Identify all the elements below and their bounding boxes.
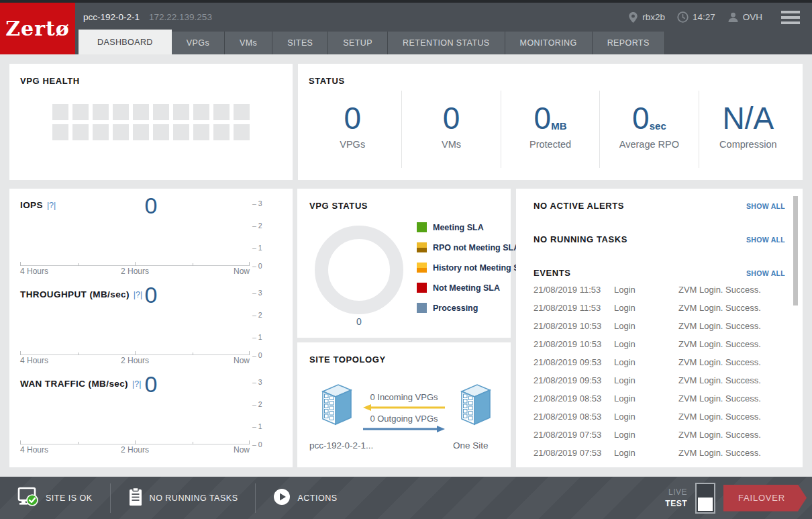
event-row[interactable]: 21/08/2019 11:53 Login ZVM Login. Succes…: [534, 299, 791, 317]
x-label: Now: [234, 267, 250, 276]
legend-item-processing: Processing: [417, 303, 530, 313]
event-time: 21/08/2019 10:53: [534, 339, 614, 349]
site-ip: 172.22.139.253: [149, 12, 212, 22]
site-name: pcc-192-0-2-1: [83, 12, 140, 22]
tab-vpgs[interactable]: VPGs: [172, 32, 225, 54]
event-row[interactable]: 21/08/2019 10:53 Login ZVM Login. Succes…: [534, 317, 791, 335]
x-label: Now: [234, 356, 250, 365]
events-show-all-link[interactable]: SHOW ALL: [746, 269, 785, 277]
tab-vms[interactable]: VMs: [225, 32, 272, 54]
x-axis: [20, 355, 250, 355]
alerts-title: NO ACTIVE ALERTS: [534, 201, 624, 211]
remote-site-building-icon[interactable]: [456, 383, 495, 430]
vpg-health-cell: [113, 124, 129, 140]
event-time: 21/08/2019 08:53: [534, 393, 614, 404]
event-row[interactable]: 21/08/2019 09:53 Login ZVM Login. Succes…: [534, 371, 791, 389]
vpg-status-donut-chart: [315, 226, 403, 314]
vpg-health-panel: VPG HEALTH: [9, 64, 293, 180]
event-time: 21/08/2019 09:53: [534, 357, 614, 367]
dashboard-content: VPG HEALTH STATUS 0 VPGs 0 VMs 0MB Prote…: [0, 54, 812, 477]
status-metric-average-rpo: 0sec Average RPO: [599, 91, 698, 168]
tab-monitoring[interactable]: MONITORING: [505, 32, 593, 54]
y-axis-tick: 2: [252, 311, 286, 319]
event-row[interactable]: 21/08/2019 11:53 Login ZVM Login. Succes…: [534, 281, 791, 299]
x-label: 2 Hours: [121, 356, 149, 365]
y-axis-tick: 3: [252, 199, 286, 207]
metric-label: VPGs: [340, 139, 365, 150]
tab-sites[interactable]: SITES: [272, 32, 328, 54]
site-status-indicator[interactable]: SITE IS OK: [0, 487, 110, 509]
metric-label: Compression: [719, 139, 776, 150]
tab-dashboard[interactable]: DASHBOARD: [79, 30, 172, 54]
vpg-health-cell: [234, 124, 250, 140]
vpg-health-cell: [52, 124, 68, 140]
metric-value: N/A: [722, 103, 774, 134]
remote-site-name[interactable]: One Site: [453, 440, 489, 451]
live-test-toggle[interactable]: [695, 483, 715, 514]
hamburger-menu-icon[interactable]: [781, 11, 800, 24]
clock-icon: [677, 11, 689, 23]
legend-label: Not Meeting SLA: [433, 283, 500, 293]
event-description: ZVM Login. Success.: [678, 430, 791, 440]
x-label: 4 Hours: [20, 445, 48, 455]
tab-reports[interactable]: REPORTS: [593, 32, 665, 54]
outgoing-vpgs-label: 0 Outgoing VPGs: [360, 414, 448, 424]
vpg-health-cell: [52, 104, 68, 120]
vpg-health-cell: [173, 124, 189, 140]
local-site-name[interactable]: pcc-192-0-2-1...: [309, 440, 373, 451]
tasks-show-all-link[interactable]: SHOW ALL: [746, 236, 785, 244]
actions-button[interactable]: ACTIONS: [256, 488, 354, 508]
vpg-status-donut-total: 0: [315, 316, 403, 327]
legend-label: Meeting SLA: [433, 223, 484, 232]
event-row[interactable]: 21/08/2019 10:53 Login ZVM Login. Succes…: [534, 335, 791, 353]
event-description: ZVM Login. Success.: [678, 375, 791, 385]
failover-button[interactable]: FAILOVER: [723, 485, 807, 512]
top-border-strip: [0, 0, 812, 3]
event-row[interactable]: 21/08/2019 07:53 Login ZVM Login. Succes…: [534, 426, 791, 444]
local-site-building-icon[interactable]: [317, 383, 356, 430]
event-row[interactable]: 21/08/2019 07:53 Login ZVM Login. Succes…: [534, 444, 791, 462]
iops-chart: IOPS |?| 0 3 2 1 0 4 Hours 2 Hours Now: [9, 189, 293, 278]
location-label: rbx2b: [642, 12, 665, 22]
events-list: 21/08/2019 11:53 Login ZVM Login. Succes…: [534, 281, 791, 462]
vpg-health-cell: [173, 104, 189, 120]
vpg-status-title: VPG STATUS: [309, 201, 368, 211]
tab-setup[interactable]: SETUP: [328, 32, 388, 54]
event-row[interactable]: 21/08/2019 08:53 Login ZVM Login. Succes…: [534, 389, 791, 408]
clipboard-icon: [128, 487, 143, 508]
y-axis-tick: 2: [252, 222, 286, 230]
metric-label: Protected: [529, 139, 571, 150]
y-axis-tick: 1: [252, 422, 286, 430]
event-type: Login: [614, 321, 678, 331]
user-label: OVH: [743, 12, 762, 22]
y-axis-tick: 1: [252, 333, 286, 341]
outgoing-arrow-icon: [363, 426, 445, 432]
incoming-vpgs-label: 0 Incoming VPGs: [360, 392, 448, 402]
y-axis-tick: 0: [252, 262, 286, 270]
event-description: ZVM Login. Success.: [678, 321, 791, 331]
x-label: 2 Hours: [121, 267, 149, 276]
event-row[interactable]: 21/08/2019 08:53 Login ZVM Login. Succes…: [534, 408, 791, 426]
zerto-logo[interactable]: Zertø: [0, 3, 75, 54]
legend-swatch-blue: [417, 303, 427, 313]
event-description: ZVM Login. Success.: [678, 412, 791, 422]
alerts-show-all-link[interactable]: SHOW ALL: [746, 202, 785, 210]
y-axis-tick: 2: [252, 400, 286, 408]
event-time: 21/08/2019 11:53: [534, 285, 614, 295]
legend-label: RPO not Meeting SLA: [433, 243, 519, 252]
running-tasks-indicator[interactable]: NO RUNNING TASKS: [111, 487, 256, 508]
vpg-health-cell: [93, 104, 109, 120]
tab-retention-status[interactable]: RETENTION STATUS: [388, 32, 505, 54]
legend-swatch-green: [417, 222, 427, 232]
event-row[interactable]: 21/08/2019 09:53 Login ZVM Login. Succes…: [534, 353, 791, 371]
user-icon: [727, 11, 739, 23]
actions-label: ACTIONS: [297, 493, 337, 503]
events-scrollbar[interactable]: [793, 196, 798, 305]
x-label: 4 Hours: [20, 356, 48, 365]
user-menu[interactable]: OVH: [727, 11, 762, 23]
vpg-health-cell: [193, 124, 209, 140]
status-metric-compression: N/A Compression: [699, 91, 797, 168]
vpg-health-cell: [133, 104, 149, 120]
vpg-health-cell: [213, 124, 230, 140]
event-time: 21/08/2019 11:53: [534, 303, 614, 313]
